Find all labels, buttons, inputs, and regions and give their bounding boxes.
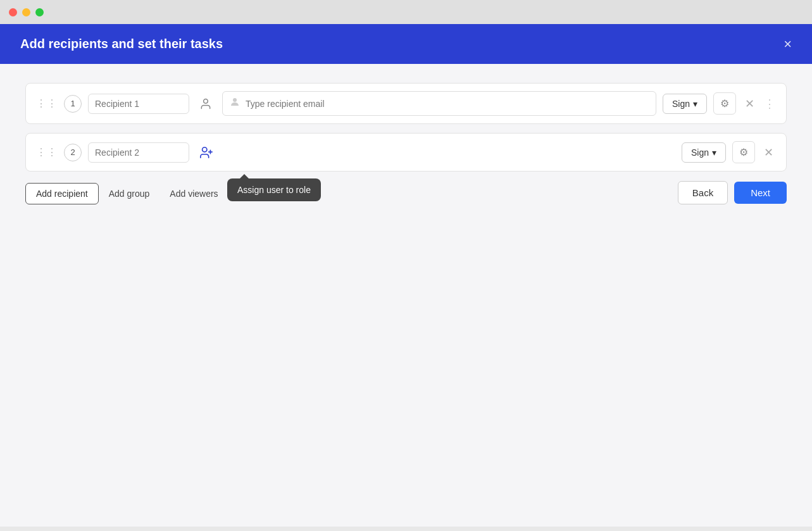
minimize-traffic-light[interactable]: [22, 8, 30, 16]
modal-body: ⋮⋮ 1 Sign ▾ ⚙ ✕ ⋮: [0, 64, 812, 527]
recipient-number-2: 2: [64, 144, 82, 161]
assign-user-button-1[interactable]: [196, 95, 216, 113]
add-viewers-button[interactable]: Add viewers: [159, 184, 228, 204]
modal-title: Add recipients and set their tasks: [20, 37, 223, 51]
gear-icon-2: ⚙: [739, 146, 748, 158]
recipient-name-input-1[interactable]: [88, 94, 189, 114]
recipient-name-input-2[interactable]: [88, 142, 189, 163]
email-input-wrapper-1: [222, 91, 656, 116]
add-group-button[interactable]: Add group: [99, 184, 160, 204]
titlebar: [0, 0, 812, 24]
svg-point-1: [233, 98, 237, 102]
next-button[interactable]: Next: [734, 182, 787, 204]
assign-user-button-2[interactable]: Assign user to role: [196, 143, 217, 162]
sign-button-2[interactable]: Sign ▾: [682, 142, 726, 163]
gear-button-1[interactable]: ⚙: [713, 92, 736, 115]
add-recipient-button[interactable]: Add recipient: [25, 183, 99, 204]
remove-recipient-2-button[interactable]: ✕: [761, 143, 776, 162]
email-input-1[interactable]: [246, 99, 649, 109]
sign-button-1[interactable]: Sign ▾: [663, 94, 707, 114]
extra-dots-1: ⋮: [763, 97, 776, 111]
drag-handle-1[interactable]: ⋮⋮: [36, 97, 58, 109]
modal-close-button[interactable]: ×: [784, 37, 792, 51]
nav-buttons: Back Next: [678, 181, 787, 204]
svg-point-0: [204, 99, 208, 103]
person-plus-icon-2: [199, 146, 213, 159]
svg-point-2: [203, 147, 207, 151]
actions-container: Add recipient Add group Add viewers Back…: [25, 180, 787, 204]
gear-icon-1: ⚙: [720, 97, 729, 109]
email-avatar-icon-1: [229, 96, 240, 111]
close-traffic-light[interactable]: [9, 8, 17, 16]
drag-handle-2[interactable]: ⋮⋮: [36, 146, 58, 158]
actions-row: Add recipient Add group Add viewers: [25, 183, 228, 204]
person-icon-1: [199, 97, 212, 110]
dropdown-arrow-1: ▾: [693, 99, 697, 109]
dropdown-arrow-2: ▾: [712, 147, 716, 158]
recipient-number-1: 1: [64, 95, 82, 113]
modal-header: Add recipients and set their tasks ×: [0, 24, 812, 64]
back-button[interactable]: Back: [678, 181, 728, 204]
remove-recipient-1-button[interactable]: ✕: [742, 94, 757, 113]
maximize-traffic-light[interactable]: [35, 8, 44, 16]
gear-button-2[interactable]: ⚙: [732, 141, 755, 163]
recipient-row-1: ⋮⋮ 1 Sign ▾ ⚙ ✕ ⋮: [25, 83, 787, 124]
recipient-row-2: ⋮⋮ 2 Assign user to role Sign ▾ ⚙ ✕: [25, 133, 787, 172]
